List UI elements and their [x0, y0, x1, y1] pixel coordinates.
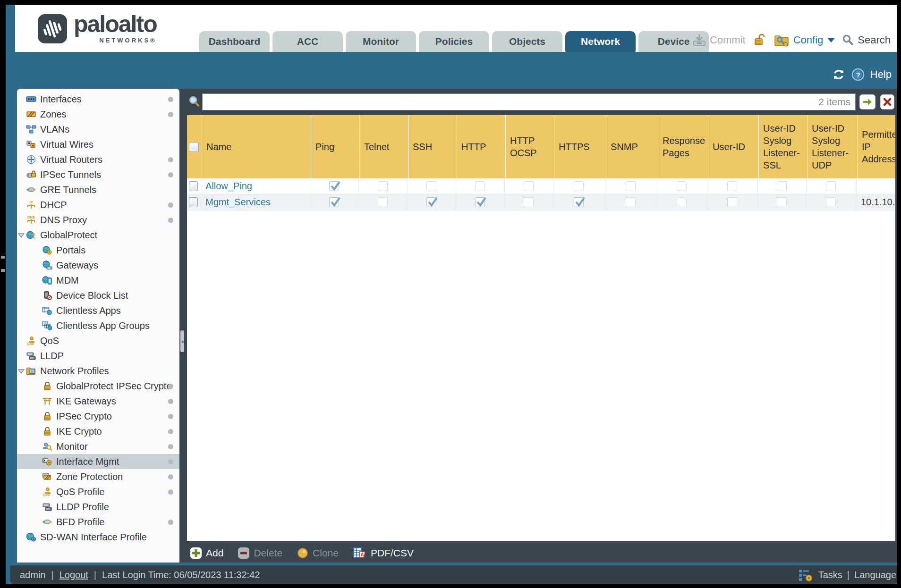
column-header-name[interactable]: Name — [202, 115, 311, 178]
sidebar-item-interface-mgmt[interactable]: Interface Mgmt — [17, 454, 179, 469]
pdfcsv-button[interactable]: APDF/CSV — [353, 547, 414, 559]
sidebar-item-globalprotect-ipsec-crypto[interactable]: GlobalProtect IPSec Crypto — [17, 378, 179, 394]
add-plus-icon — [190, 547, 202, 559]
search-button[interactable]: Search — [842, 34, 891, 46]
sidebar-item-sd-wan-interface-profile[interactable]: SD-WAN Interface Profile — [17, 529, 179, 545]
column-header-ssh[interactable]: SSH — [408, 115, 457, 178]
tree-expander-icon[interactable] — [18, 230, 26, 241]
column-header-permitted_ip[interactable]: Permitted IP Address... — [858, 115, 895, 178]
sidebar-item-device-block-list[interactable]: Device Block List — [17, 288, 179, 303]
sidebar-item-ipsec-tunnels[interactable]: IPSec Tunnels — [17, 167, 179, 182]
lock-unlocked-icon[interactable] — [753, 33, 767, 47]
column-header-http_ocsp[interactable]: HTTP OCSP — [506, 115, 554, 178]
sidebar-item-ike-crypto[interactable]: IKE Crypto — [17, 424, 179, 439]
profile-name-link[interactable]: Mgmt_Services — [205, 197, 271, 208]
sidebar-item-gre-tunnels[interactable]: GRE Tunnels — [17, 182, 179, 197]
tab-objects[interactable]: Objects — [492, 31, 562, 52]
cell-http_ocsp — [505, 178, 553, 194]
column-header-user_id[interactable]: User-ID — [708, 115, 759, 178]
sidebar-item-label: VLANs — [40, 124, 179, 135]
cell-ping — [310, 178, 359, 194]
search-label: Search — [858, 34, 891, 46]
sidebar-item-zones[interactable]: Zones — [17, 107, 179, 122]
column-header-https[interactable]: HTTPS — [554, 115, 606, 178]
tree-expander-icon[interactable] — [18, 366, 26, 377]
filter-search-icon[interactable] — [188, 95, 201, 109]
header-utilities: Commit Config — [692, 33, 891, 47]
edge-handle-tick — [1, 269, 5, 272]
select-all-checkbox[interactable] — [189, 142, 199, 152]
commit-button[interactable]: Commit — [692, 34, 746, 47]
add-button[interactable]: Add — [190, 547, 223, 559]
sidebar-item-label: Zones — [40, 109, 179, 120]
sidebar-item-dns-proxy[interactable]: DNSDNS Proxy — [17, 212, 179, 227]
sidebar-item-gateways[interactable]: Gateways — [17, 258, 179, 273]
sidebar-item-bfd-profile[interactable]: BFD Profile — [17, 514, 179, 529]
column-header-uid_syslog_udp[interactable]: User-ID Syslog Listener-UDP — [808, 115, 858, 178]
config-icon — [774, 33, 790, 47]
column-header-snmp[interactable]: SNMP — [606, 115, 658, 178]
column-header-label: Ping — [315, 141, 334, 153]
row-select-checkbox[interactable] — [189, 197, 198, 207]
profile-name-link[interactable]: Allow_Ping — [205, 181, 252, 192]
sidebar-item-label: IPSec Tunnels — [40, 169, 179, 180]
sidebar-item-network-profiles[interactable]: Network Profiles — [17, 363, 179, 378]
chevron-down-icon — [827, 38, 835, 42]
tasks-link[interactable]: Tasks — [818, 570, 842, 580]
unchecked-checkbox-snmp — [626, 197, 636, 207]
sidebar-item-interfaces[interactable]: Interfaces — [17, 92, 179, 107]
column-header-label: Permitted IP Address... — [862, 128, 895, 165]
item-dot — [168, 474, 173, 479]
sidebar-item-virtual-wires[interactable]: Virtual Wires — [17, 137, 179, 152]
clone-button[interactable]: Clone — [297, 547, 339, 559]
column-header-ping[interactable]: Ping — [311, 115, 360, 178]
tab-dashboard[interactable]: Dashboard — [199, 31, 270, 52]
column-header-telnet[interactable]: Telnet — [360, 115, 408, 178]
row-select-checkbox[interactable] — [189, 181, 198, 191]
clear-filter-button[interactable] — [880, 94, 894, 109]
sidebar-item-virtual-routers[interactable]: Virtual Routers — [17, 152, 179, 167]
language-link[interactable]: Language — [854, 570, 896, 580]
sidebar-item-label: LLDP Profile — [56, 502, 179, 512]
sidebar-splitter[interactable]: ◂ — [179, 89, 185, 563]
sidebar-item-vlans[interactable]: VLANs — [17, 122, 179, 137]
tab-policies[interactable]: Policies — [419, 31, 489, 52]
delete-button[interactable]: Delete — [238, 547, 282, 559]
sidebar-item-clientless-apps[interactable]: Clientless Apps — [17, 303, 179, 318]
sidebar-collapse-handle[interactable]: ◂ — [180, 330, 184, 352]
column-header-response_pages[interactable]: Response Pages — [658, 115, 708, 178]
sidebar-item-clientless-app-groups[interactable]: Clientless App Groups — [17, 318, 179, 333]
sidebar-item-qos[interactable]: QoSQoS — [17, 333, 179, 348]
apply-filter-button[interactable] — [859, 94, 876, 109]
tab-acc[interactable]: ACC — [272, 31, 343, 52]
filter-input[interactable] — [203, 94, 855, 110]
sidebar-item-ipsec-crypto[interactable]: IPSec Crypto — [17, 409, 179, 424]
unchecked-checkbox-uid_syslog_ssl — [777, 197, 787, 207]
sidebar-item-ike-gateways[interactable]: IKE Gateways — [17, 394, 179, 409]
sidebar-item-qos-profile[interactable]: QoSQoS Profile — [17, 484, 179, 499]
column-header-http[interactable]: HTTP — [457, 115, 506, 178]
sidebar-item-label: Interface Mgmt — [56, 456, 179, 467]
sidebar-item-lldp-profile[interactable]: LLDP Profile — [17, 499, 179, 514]
sidebar-item-globalprotect[interactable]: GlobalProtect — [17, 227, 179, 243]
sidebar-item-lldp[interactable]: LLDP — [17, 348, 179, 363]
column-header-sel[interactable] — [187, 115, 202, 178]
sidebar-item-portals[interactable]: Portals — [17, 243, 179, 258]
logout-link[interactable]: Logout — [60, 570, 88, 580]
column-header-label: Name — [206, 141, 231, 153]
unchecked-checkbox-uid_syslog_ssl — [777, 181, 787, 191]
sidebar-item-label: Gateways — [56, 260, 179, 271]
sidebar-item-monitor[interactable]: Monitor — [17, 439, 179, 454]
sidebar-item-zone-protection[interactable]: Zone Protection — [17, 469, 179, 484]
tab-network[interactable]: Network — [565, 31, 636, 52]
sidebar-item-mdm[interactable]: MDM — [17, 273, 179, 288]
tab-monitor[interactable]: Monitor — [346, 31, 416, 52]
sidebar-item-label: Virtual Routers — [40, 154, 179, 165]
help-label[interactable]: Help — [870, 68, 892, 81]
sidebar-item-dhcp[interactable]: IPDHCP — [17, 197, 179, 212]
sidebar-item-label: Monitor — [56, 441, 179, 452]
help-icon[interactable]: ? — [851, 68, 865, 81]
column-header-uid_syslog_ssl[interactable]: User-ID Syslog Listener-SSL — [759, 115, 808, 178]
refresh-icon[interactable] — [832, 68, 846, 81]
config-menu-button[interactable]: Config — [774, 33, 835, 47]
